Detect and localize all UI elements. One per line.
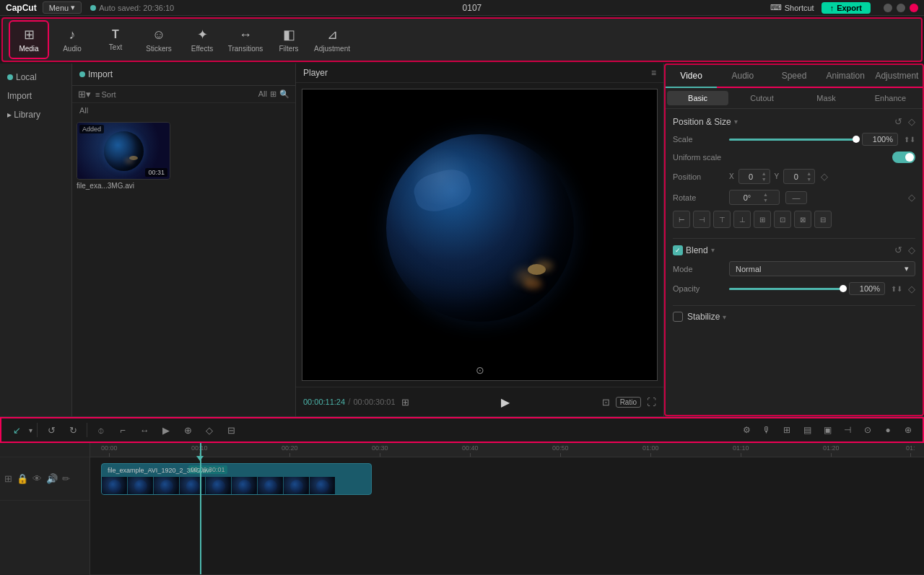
tl-record-icon[interactable]: 🎙 bbox=[758, 421, 775, 439]
track-edit-icon[interactable]: ✏ bbox=[62, 473, 70, 484]
grid-time-icon[interactable]: ⊞ bbox=[401, 397, 409, 408]
tl-grid3-icon[interactable]: ▣ bbox=[819, 421, 836, 439]
keyframe-blend-icon[interactable]: ◇ bbox=[908, 245, 915, 255]
remove-tool[interactable]: ⊟ bbox=[222, 421, 240, 439]
fit-screen-icon[interactable]: ⊡ bbox=[602, 397, 610, 408]
split2-tool[interactable]: ⌐ bbox=[113, 421, 132, 439]
align-right-button[interactable]: ⊤ bbox=[713, 211, 731, 228]
scale-stepper[interactable]: ⬆⬇ bbox=[904, 136, 915, 144]
tab-animation[interactable]: Animation bbox=[820, 65, 871, 88]
align-distribute-v-button[interactable]: ⊟ bbox=[814, 211, 832, 228]
grid-view-button[interactable]: ⊞▾ bbox=[78, 89, 91, 100]
stabilize-checkbox[interactable] bbox=[673, 312, 683, 322]
filter-type-button[interactable]: ⊞ bbox=[270, 89, 276, 99]
scale-slider[interactable] bbox=[729, 139, 856, 141]
keyframe-rotate-icon[interactable]: ◇ bbox=[908, 192, 915, 203]
nav-item-import[interactable]: Import bbox=[0, 87, 71, 105]
tl-settings-icon[interactable]: ⚙ bbox=[738, 421, 755, 439]
rotate-preset-box[interactable]: — bbox=[785, 191, 807, 204]
reset-position-icon[interactable]: ↺ bbox=[894, 116, 902, 127]
toolbar-item-text[interactable]: T Text bbox=[95, 20, 136, 59]
tl-grid2-icon[interactable]: ▤ bbox=[798, 421, 816, 439]
tab-adjustment[interactable]: Adjustment bbox=[871, 65, 923, 88]
add-tool[interactable]: ⊕ bbox=[178, 421, 197, 439]
reset-blend-icon[interactable]: ↺ bbox=[894, 245, 902, 255]
position-y-box[interactable]: 0 ▲ ▼ bbox=[783, 169, 815, 184]
subtab-mask[interactable]: Mask bbox=[796, 91, 857, 105]
toolbar-item-effects[interactable]: ✦ Effects bbox=[182, 20, 222, 59]
pos-x-up[interactable]: ▲ bbox=[762, 171, 767, 176]
rotate-stepper[interactable]: ▲ ▼ bbox=[763, 192, 768, 203]
tab-audio[interactable]: Audio bbox=[717, 65, 768, 88]
split-tool[interactable]: ⌽ bbox=[92, 421, 110, 439]
opacity-slider[interactable] bbox=[729, 288, 843, 290]
blend-mode-select[interactable]: Normal ▾ bbox=[729, 261, 915, 276]
align-top-button[interactable]: ⊥ bbox=[733, 211, 751, 228]
align-center-v-button[interactable]: ⊞ bbox=[754, 211, 771, 228]
close-button[interactable] bbox=[910, 4, 918, 12]
uniform-scale-toggle[interactable] bbox=[892, 152, 915, 163]
tl-snap-icon[interactable]: ⊣ bbox=[839, 421, 856, 439]
tl-dot-icon[interactable]: ● bbox=[879, 421, 897, 439]
pos-y-stepper[interactable]: ▲ ▼ bbox=[806, 171, 811, 182]
pos-x-down[interactable]: ▼ bbox=[762, 177, 767, 182]
play-button[interactable]: ▶ bbox=[495, 392, 515, 412]
undo-tool[interactable]: ↺ bbox=[42, 421, 61, 439]
menu-button[interactable]: Menu ▾ bbox=[43, 1, 82, 14]
align-bottom-button[interactable]: ⊡ bbox=[774, 211, 791, 228]
tl-loop-icon[interactable]: ⊙ bbox=[859, 421, 876, 439]
track-video-icon[interactable]: ⊞ bbox=[4, 473, 12, 484]
import-button[interactable]: Import bbox=[79, 69, 113, 79]
minimize-button[interactable] bbox=[884, 4, 892, 12]
trim-tool[interactable]: ↔ bbox=[135, 421, 154, 439]
track-lock-icon[interactable]: 🔒 bbox=[17, 473, 28, 484]
pos-y-up[interactable]: ▲ bbox=[806, 171, 811, 176]
redo-tool[interactable]: ↻ bbox=[64, 421, 82, 439]
shortcut-button[interactable]: ⌨ Shortcut bbox=[770, 3, 814, 12]
toolbar-item-media[interactable]: ⊞ Media bbox=[9, 20, 49, 59]
align-left-button[interactable]: ⊢ bbox=[673, 211, 690, 228]
toolbar-item-stickers[interactable]: ☺ Stickers bbox=[139, 20, 179, 59]
tool-arrow[interactable]: ▾ bbox=[29, 426, 32, 434]
subtab-enhance[interactable]: Enhance bbox=[860, 91, 921, 105]
select-tool[interactable]: ↙ bbox=[7, 421, 26, 439]
align-distribute-h-button[interactable]: ⊠ bbox=[794, 211, 811, 228]
position-x-box[interactable]: 0 ▲ ▼ bbox=[738, 169, 770, 184]
search-button[interactable]: 🔍 bbox=[279, 89, 289, 99]
align-center-h-button[interactable]: ⊣ bbox=[693, 211, 710, 228]
sort-button[interactable]: ≡ Sort bbox=[95, 90, 116, 99]
tab-video[interactable]: Video bbox=[666, 65, 717, 88]
keyframe-position-icon[interactable]: ◇ bbox=[908, 116, 915, 127]
track-audio-icon[interactable]: 🔊 bbox=[46, 473, 58, 484]
tl-add2-icon[interactable]: ⊕ bbox=[899, 421, 917, 439]
track-eye-icon[interactable]: 👁 bbox=[32, 473, 42, 484]
toolbar-item-adjustment[interactable]: ⊿ Adjustment bbox=[312, 20, 352, 59]
toolbar-item-filters[interactable]: ◧ Filters bbox=[269, 20, 309, 59]
player-menu-icon[interactable]: ≡ bbox=[651, 68, 656, 78]
rotate-up[interactable]: ▲ bbox=[763, 192, 768, 197]
subtab-basic[interactable]: Basic bbox=[667, 91, 728, 105]
pos-x-stepper[interactable]: ▲ ▼ bbox=[762, 171, 767, 182]
subtab-cutout[interactable]: Cutout bbox=[731, 91, 793, 105]
filter-all-button[interactable]: All bbox=[258, 89, 267, 99]
ratio-badge[interactable]: Ratio bbox=[616, 397, 641, 408]
maximize-button[interactable] bbox=[897, 4, 905, 12]
export-button[interactable]: ↑ Export bbox=[821, 2, 871, 14]
rotate-down[interactable]: ▼ bbox=[763, 198, 768, 203]
toolbar-item-audio[interactable]: ♪ Audio bbox=[52, 20, 92, 59]
list-item[interactable]: Added 00:31 file_exa...3MG.avi bbox=[77, 122, 170, 190]
scale-value[interactable]: 100% bbox=[862, 133, 898, 146]
keyframe-position-icon2[interactable]: ◇ bbox=[821, 171, 828, 182]
blend-check-icon[interactable]: ✓ bbox=[673, 245, 683, 255]
fullscreen-icon[interactable]: ⛶ bbox=[647, 397, 656, 408]
opacity-value[interactable]: 100% bbox=[849, 282, 885, 295]
play-clip-tool[interactable]: ▶ bbox=[157, 421, 175, 439]
diamond-tool[interactable]: ◇ bbox=[200, 421, 219, 439]
pos-y-down[interactable]: ▼ bbox=[806, 177, 811, 182]
opacity-stepper[interactable]: ⬆⬇ bbox=[891, 285, 902, 293]
nav-item-local[interactable]: Local bbox=[0, 68, 71, 87]
toolbar-item-transitions[interactable]: ↔ Transitions bbox=[225, 20, 266, 59]
video-clip[interactable]: file_example_AVI_1920_2_3MG.avi 00:00:30… bbox=[101, 463, 372, 495]
tl-grid1-icon[interactable]: ⊞ bbox=[778, 421, 796, 439]
nav-item-library[interactable]: ▸ Library bbox=[0, 105, 71, 124]
